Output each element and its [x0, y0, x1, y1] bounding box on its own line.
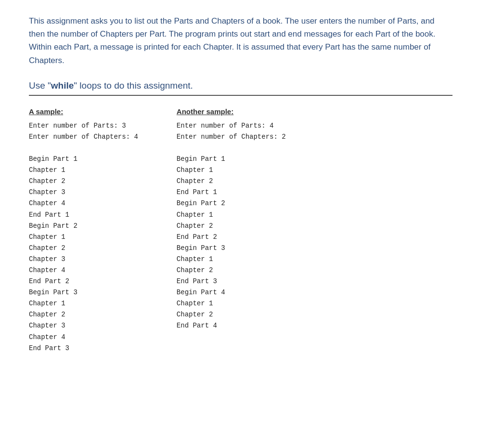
sample2-title: Another sample: [177, 107, 286, 116]
sample1-title: A sample: [29, 107, 138, 116]
sample1-input: Enter number of Parts: 3 Enter number of… [29, 120, 138, 354]
sample2-block: Another sample: Enter number of Parts: 4… [177, 107, 286, 332]
while-keyword: while [51, 80, 74, 91]
while-heading: Use "while" loops to do this assignment. [29, 80, 452, 96]
sample1-block: A sample: Enter number of Parts: 3 Enter… [29, 107, 138, 354]
description-text: This assignment asks you to list out the… [29, 14, 452, 67]
samples-container: A sample: Enter number of Parts: 3 Enter… [29, 107, 475, 354]
sample2-input: Enter number of Parts: 4 Enter number of… [177, 120, 286, 332]
